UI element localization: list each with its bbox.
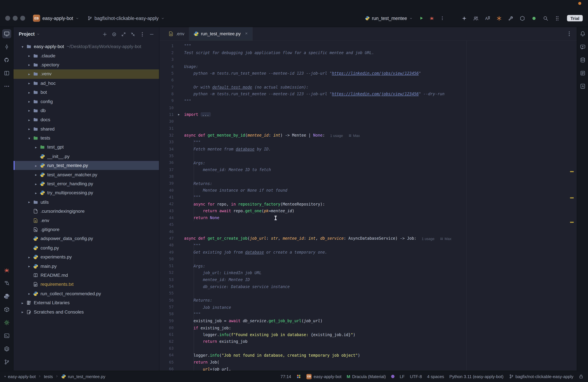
tree-item-run-test-mentee-py[interactable]: ▸run_test_mentee.py (14, 161, 159, 170)
tree-item-external-libraries[interactable]: ▸External Libraries (14, 298, 159, 307)
indentation[interactable]: 4 spaces (427, 374, 444, 379)
tree-item-spectory[interactable]: ▸.spectory (14, 60, 159, 69)
code-line[interactable]: 55 (159, 290, 577, 297)
code-line[interactable]: 7 Or with default test mode (no actual s… (159, 84, 577, 90)
code-line[interactable]: 59 existing_job = await db_service.get_j… (159, 318, 577, 324)
line-number[interactable]: 41 (159, 195, 174, 199)
line-number[interactable]: 32 (159, 133, 174, 137)
code-line[interactable]: 10 (159, 104, 577, 111)
code-line[interactable]: 63 (159, 345, 577, 352)
line-number[interactable]: 34 (159, 147, 174, 151)
code-line[interactable]: 57 Job instance (159, 304, 577, 310)
tree-arrow-icon[interactable]: ▸ (26, 200, 32, 204)
line-number[interactable]: 40 (159, 188, 174, 192)
line-number[interactable]: 33 (159, 140, 174, 144)
expand-all-button[interactable] (121, 31, 126, 37)
code-line[interactable]: 49 Get existing job from database or cre… (159, 249, 577, 255)
code-line[interactable]: 43 return await repo.get_one(pk=mentee_i… (159, 207, 577, 214)
line-number[interactable]: 31 (159, 126, 174, 130)
status-dot-green[interactable] (531, 15, 537, 21)
python-console-tool-button[interactable] (2, 292, 11, 301)
breadcrumb-run-test-mentee-py[interactable]: run_test_mentee.py (61, 374, 105, 379)
trial-badge[interactable]: Trial (567, 15, 583, 21)
line-number[interactable]: 4 (159, 64, 174, 68)
line-number[interactable]: 37 (159, 168, 174, 171)
code-line[interactable]: 44 return None (159, 214, 577, 221)
code-line[interactable]: 4Usage: (159, 63, 577, 70)
branch-switcher[interactable]: bagfix/not-clickable-easy-apply (87, 16, 165, 21)
code-line[interactable]: 47async def get_or_create_job(job_url: s… (159, 235, 577, 242)
github-tool-button[interactable] (2, 56, 11, 64)
interpreter[interactable]: Python 3.11 (easy-apply-bot) (449, 374, 504, 379)
git-branch[interactable]: bagfix/not-clickable-easy-apply (509, 374, 573, 379)
line-number[interactable]: 5 (159, 71, 174, 75)
tree-item-db[interactable]: ▸db (14, 106, 159, 115)
tree-item-claude[interactable]: ▸.claude (14, 51, 159, 60)
code-line[interactable]: 3 (159, 56, 577, 63)
packages-tool-button[interactable] (2, 305, 11, 314)
code-line[interactable]: 54 db_service: Database service instance (159, 283, 577, 290)
line-number[interactable]: 62 (159, 339, 174, 343)
project-switcher[interactable]: EB easy-apply-bot (33, 15, 79, 22)
tree-item-experiments-py[interactable]: ▸experiments.py (14, 253, 159, 262)
debugger-tool-button[interactable] (2, 266, 11, 275)
tree-item-run-collect-recommended-py[interactable]: ▸run_collect_recommended.py (14, 289, 159, 298)
run-configuration[interactable]: run_test_mentee (365, 16, 413, 21)
tree-item-try-multiprocessing-py[interactable]: ▸try_multiprocessing.py (14, 188, 159, 197)
code-line[interactable]: 33 """ (159, 139, 577, 146)
code-line[interactable]: 9""" (159, 97, 577, 104)
code-line[interactable]: 56 Returns: (159, 297, 577, 304)
tab-env[interactable]: .env (164, 27, 189, 41)
ai-assistant-panel-button[interactable] (578, 42, 587, 51)
tree-arrow-icon[interactable]: ▸ (26, 292, 32, 296)
inlay-hint[interactable]: 1 usage (330, 133, 343, 138)
code-line[interactable]: 42 async for repo, in repository_factory… (159, 200, 577, 207)
tree-item-scratches-and-consoles[interactable]: ▸Scratches and Consoles (14, 307, 159, 317)
tree-arrow-icon[interactable]: ▸ (33, 163, 39, 168)
find-tool-button[interactable] (2, 279, 11, 288)
tree-arrow-icon[interactable]: ▸ (33, 172, 39, 177)
tree-item-env[interactable]: .env (14, 216, 159, 225)
line-number[interactable]: 42 (159, 202, 174, 206)
line-number[interactable]: 46 (159, 229, 174, 233)
line-number[interactable]: 35 (159, 154, 174, 158)
commit-tool-button[interactable] (2, 42, 11, 51)
tree-item-gitignore[interactable]: .gitignore (14, 225, 159, 234)
tree-arrow-icon[interactable]: ▸ (26, 81, 32, 85)
line-number[interactable]: 7 (159, 85, 174, 89)
code-line[interactable]: 65 return Job( (159, 359, 577, 365)
code-line[interactable]: 53 mentee_id: Mentee ID (159, 276, 577, 283)
line-number[interactable]: 3 (159, 58, 174, 62)
line-number[interactable]: 61 (159, 333, 174, 337)
line-number[interactable]: 30 (159, 119, 174, 124)
notifications-button[interactable] (578, 29, 587, 38)
tree-item-config[interactable]: ▸config (14, 97, 159, 106)
tools[interactable] (508, 15, 514, 21)
line-number[interactable]: 50 (159, 257, 174, 261)
line-number[interactable]: 49 (159, 250, 174, 254)
line-number[interactable]: 9 (159, 99, 174, 103)
more-tool-windows-button[interactable] (2, 82, 11, 91)
code-line[interactable]: 51 Args: (159, 262, 577, 269)
panel-title[interactable]: Project (19, 32, 35, 37)
code-line[interactable]: 60 if existing_job: (159, 324, 577, 331)
code-line[interactable]: 61 logger.info(f"Found existing job in d… (159, 331, 577, 338)
code-line[interactable]: 38 (159, 173, 577, 180)
code-line[interactable]: 1""" (159, 42, 577, 49)
line-number[interactable]: 58 (159, 312, 174, 316)
select-opened-file-button[interactable] (111, 31, 117, 37)
tree-item-bot[interactable]: ▸bot (14, 88, 159, 97)
line-number[interactable]: 38 (159, 174, 174, 178)
zoom-window-button[interactable] (20, 16, 25, 21)
tree-arrow-icon[interactable]: ▸ (26, 90, 32, 94)
tree-arrow-icon[interactable]: ▾ (26, 136, 32, 140)
code-line[interactable]: 62 return existing_job (159, 338, 577, 345)
tree-arrow-icon[interactable]: ▸ (26, 255, 32, 259)
debug-button-button[interactable] (430, 16, 435, 21)
tree-item-requirements-txt[interactable]: requirements.txt (14, 280, 159, 289)
line-number[interactable]: 63 (159, 346, 174, 350)
code-line[interactable]: 35 (159, 152, 577, 159)
encoding[interactable]: UTF-8 (410, 374, 422, 379)
git-tool-button[interactable] (2, 358, 11, 366)
tree-item-utils[interactable]: ▸utils (14, 197, 159, 207)
